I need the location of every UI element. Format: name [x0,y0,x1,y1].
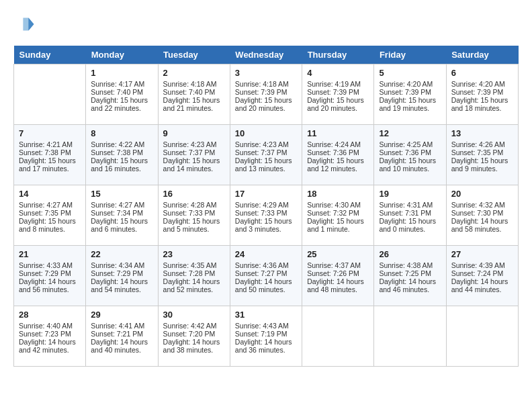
day-info-line: and 36 minutes. [235,346,297,354]
day-info-line: Sunset: 7:29 PM [91,269,152,277]
day-info-line: and 12 minutes. [307,165,369,173]
day-info-line: Sunrise: 4:26 AM [451,140,513,148]
day-number: 18 [307,189,369,199]
day-info-line: and 44 minutes. [451,285,513,293]
column-header-friday: Friday [374,46,446,64]
day-info-line: Sunset: 7:39 PM [235,88,297,96]
day-number: 14 [19,189,81,199]
day-info-line: Sunset: 7:39 PM [307,88,369,96]
day-number: 4 [307,68,369,78]
day-info-line: and 20 minutes. [235,104,297,112]
day-info-line: Sunrise: 4:27 AM [19,201,81,209]
day-number: 8 [91,128,152,138]
calendar-cell: 24Sunrise: 4:36 AMSunset: 7:27 PMDayligh… [230,246,302,306]
day-info-line: Sunrise: 4:20 AM [379,80,441,88]
day-info-line: Sunrise: 4:18 AM [163,80,225,88]
day-info-line: and 22 minutes. [91,104,152,112]
calendar-week-5: 28Sunrise: 4:40 AMSunset: 7:23 PMDayligh… [14,306,519,367]
day-info-line: Sunset: 7:36 PM [379,148,441,156]
day-number: 29 [91,310,152,320]
day-number: 25 [307,249,369,259]
calendar-cell: 20Sunrise: 4:32 AMSunset: 7:30 PMDayligh… [446,185,518,246]
day-info-line: and 9 minutes. [451,165,513,173]
day-number: 17 [235,189,297,199]
day-number: 1 [91,68,152,78]
day-info-line: Sunrise: 4:35 AM [163,261,225,269]
day-info-line: Sunrise: 4:25 AM [379,140,441,148]
day-info-line: and 17 minutes. [19,165,81,173]
calendar-cell: 5Sunrise: 4:20 AMSunset: 7:39 PMDaylight… [374,64,446,125]
day-info-line: Sunset: 7:30 PM [451,209,513,217]
day-info-line: and 54 minutes. [91,285,152,293]
day-info-line: Sunset: 7:39 PM [379,88,441,96]
day-info-line: Daylight: 14 hours [379,277,441,285]
day-info-line: Daylight: 15 hours [451,96,513,104]
day-info-line: Daylight: 15 hours [19,156,81,165]
day-info-line: and 0 minutes. [379,225,441,233]
day-info-line: Daylight: 15 hours [379,156,441,165]
day-info-line: Sunrise: 4:42 AM [163,322,225,330]
day-info-line: and 6 minutes. [91,225,152,233]
day-info-line: and 10 minutes. [379,165,441,173]
day-info-line: and 14 minutes. [163,165,225,173]
day-number: 6 [451,68,513,78]
day-info-line: Sunset: 7:35 PM [451,148,513,156]
day-number: 3 [235,68,297,78]
day-info-line: Sunrise: 4:24 AM [307,140,369,148]
day-info-line: Daylight: 14 hours [91,338,152,346]
day-info-line: Daylight: 15 hours [451,156,513,165]
day-info-line: Sunset: 7:19 PM [235,330,297,338]
day-info-line: Sunrise: 4:17 AM [91,80,152,88]
day-info-line: Sunrise: 4:28 AM [163,201,225,209]
day-info-line: Sunrise: 4:36 AM [235,261,297,269]
day-info-line: Sunrise: 4:30 AM [307,201,369,209]
day-info-line: Daylight: 15 hours [307,217,369,225]
day-info-line: Sunset: 7:34 PM [91,209,152,217]
day-info-line: Sunset: 7:36 PM [307,148,369,156]
day-number: 30 [163,310,225,320]
calendar-week-2: 7Sunrise: 4:21 AMSunset: 7:38 PMDaylight… [14,125,519,185]
day-number: 31 [235,310,297,320]
day-info-line: Daylight: 14 hours [235,338,297,346]
day-info-line: Sunrise: 4:23 AM [163,140,225,148]
day-info-line: Sunset: 7:38 PM [19,148,81,156]
page-header [13,13,519,35]
day-info-line: Daylight: 14 hours [235,277,297,285]
calendar-cell: 16Sunrise: 4:28 AMSunset: 7:33 PMDayligh… [158,185,230,246]
day-number: 7 [19,128,81,138]
day-info-line: Daylight: 15 hours [379,96,441,104]
day-info-line: Sunrise: 4:41 AM [91,322,152,330]
day-info-line: Sunset: 7:31 PM [379,209,441,217]
day-info-line: Daylight: 15 hours [307,96,369,104]
day-number: 28 [19,310,81,320]
day-number: 13 [451,128,513,138]
day-info-line: Daylight: 14 hours [163,338,225,346]
calendar-week-4: 21Sunrise: 4:33 AMSunset: 7:29 PMDayligh… [14,246,519,306]
calendar-cell: 30Sunrise: 4:42 AMSunset: 7:20 PMDayligh… [158,306,230,367]
day-info-line: Daylight: 14 hours [19,277,81,285]
day-info-line: and 16 minutes. [91,165,152,173]
day-info-line: Sunset: 7:28 PM [163,269,225,277]
day-number: 11 [307,128,369,138]
day-info-line: Sunset: 7:35 PM [19,209,81,217]
calendar-cell [302,306,374,367]
day-number: 12 [379,128,441,138]
column-header-saturday: Saturday [446,46,518,64]
calendar-cell: 15Sunrise: 4:27 AMSunset: 7:34 PMDayligh… [86,185,158,246]
day-info-line: and 40 minutes. [91,346,152,354]
day-info-line: Sunset: 7:23 PM [19,330,81,338]
day-info-line: Sunrise: 4:29 AM [235,201,297,209]
day-info-line: Sunset: 7:37 PM [163,148,225,156]
day-number: 26 [379,249,441,259]
day-info-line: and 52 minutes. [163,285,225,293]
day-info-line: Sunset: 7:26 PM [307,269,369,277]
calendar-cell: 3Sunrise: 4:18 AMSunset: 7:39 PMDaylight… [230,64,302,125]
day-number: 19 [379,189,441,199]
day-info-line: Daylight: 14 hours [163,277,225,285]
calendar-cell: 2Sunrise: 4:18 AMSunset: 7:40 PMDaylight… [158,64,230,125]
calendar-cell: 6Sunrise: 4:20 AMSunset: 7:39 PMDaylight… [446,64,518,125]
column-header-wednesday: Wednesday [230,46,302,64]
day-info-line: and 46 minutes. [379,285,441,293]
day-info-line: Sunset: 7:24 PM [451,269,513,277]
day-info-line: Sunrise: 4:34 AM [91,261,152,269]
